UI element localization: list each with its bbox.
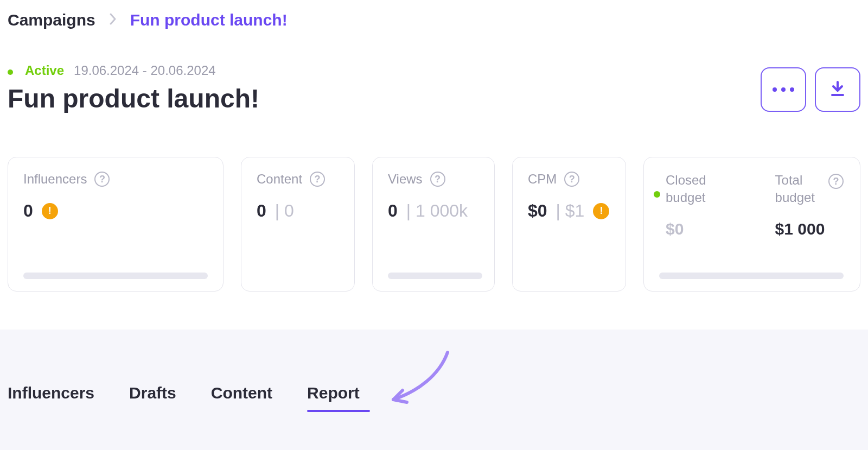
card-value: 0 [23,201,33,221]
card-influencers: Influencers ? 0 [8,157,224,292]
card-value: 0 [257,201,266,221]
download-button[interactable] [815,67,860,112]
kpi-cards: Influencers ? 0 Content ? 0 | 0 Views [8,157,860,292]
breadcrumb: Campaigns Fun product launch! [8,11,860,29]
total-budget-value: $1 000 [775,220,844,238]
card-budget: ? Closed budget $0 Total budget $1 000 [643,157,860,292]
warning-icon [42,203,58,219]
status-dot-icon [8,63,15,78]
page-title: Fun product launch! [8,84,259,113]
chevron-right-icon [108,11,117,29]
help-icon[interactable]: ? [310,172,325,187]
card-label: CPM [528,172,557,187]
tab-content[interactable]: Content [211,384,272,412]
card-subvalue: 0 [284,201,294,220]
help-icon[interactable]: ? [564,172,579,187]
card-label: Influencers [23,172,87,187]
tab-influencers[interactable]: Influencers [8,384,94,412]
card-cpm: CPM ? $0 | $1 [512,157,626,292]
status-label: Active [25,63,64,78]
help-icon[interactable]: ? [430,172,445,187]
card-views: Views ? 0 | 1 000k [372,157,495,292]
progress-bar [388,273,482,279]
card-label: Views [388,172,423,187]
tabs-section: Influencers Drafts Content Report [0,330,868,450]
warning-icon [593,203,609,219]
card-subvalue: $1 [565,201,585,220]
help-icon[interactable]: ? [94,172,110,187]
tab-report[interactable]: Report [307,384,360,412]
closed-budget-value: $0 [666,220,747,238]
card-content: Content ? 0 | 0 [241,157,355,292]
card-subvalue: 1 000k [416,201,468,220]
status-dot-icon [654,191,660,198]
closed-budget-label: Closed budget [666,172,747,207]
progress-bar [659,273,844,279]
more-button[interactable] [761,67,806,112]
help-icon[interactable]: ? [828,174,844,189]
breadcrumb-current[interactable]: Fun product launch! [130,11,288,29]
card-label: Content [257,172,302,187]
status-row: Active 19.06.2024 - 20.06.2024 [8,63,860,78]
progress-bar [23,273,208,279]
card-value: 0 [388,201,398,221]
tabs: Influencers Drafts Content Report [8,384,860,412]
card-value: $0 [528,201,547,221]
download-icon [828,80,847,100]
more-icon [773,87,794,92]
date-range: 19.06.2024 - 20.06.2024 [74,63,216,78]
tab-drafts[interactable]: Drafts [129,384,176,412]
breadcrumb-root[interactable]: Campaigns [8,11,95,29]
